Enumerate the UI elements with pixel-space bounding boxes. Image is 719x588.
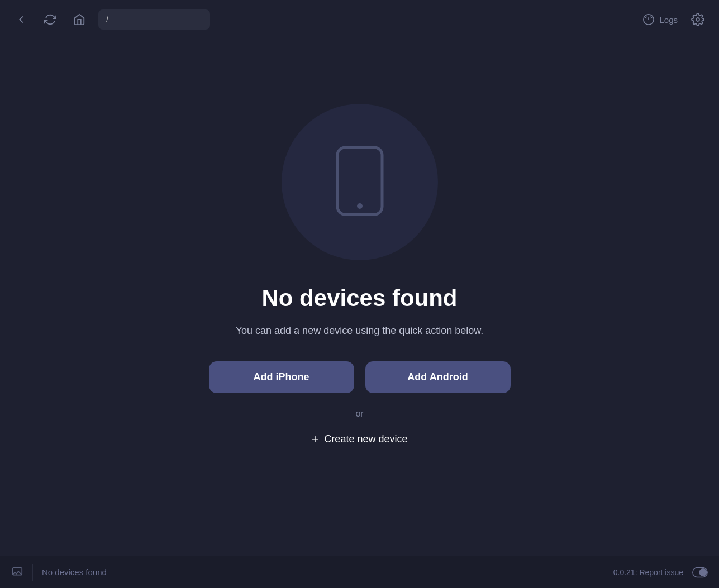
- main-content: No devices found You can add a new devic…: [0, 39, 719, 556]
- address-bar[interactable]: /: [98, 9, 210, 30]
- version-report-text[interactable]: 0.0.21: Report issue: [613, 568, 683, 577]
- back-button[interactable]: [11, 9, 31, 30]
- plus-icon: +: [312, 432, 319, 447]
- device-icon: [323, 145, 396, 219]
- svg-point-6: [699, 568, 706, 575]
- settings-button[interactable]: [688, 9, 708, 30]
- no-devices-title: No devices found: [261, 285, 457, 312]
- logs-button[interactable]: Logs: [637, 10, 683, 29]
- nav-right: Logs: [637, 9, 708, 30]
- add-android-button[interactable]: Add Android: [365, 361, 511, 393]
- create-device-label: Create new device: [324, 433, 407, 445]
- status-bar-right: 0.0.21: Report issue: [613, 565, 708, 580]
- home-button[interactable]: [69, 9, 89, 30]
- svg-point-3: [357, 203, 363, 209]
- logs-label: Logs: [659, 15, 678, 25]
- address-text: /: [106, 15, 108, 24]
- nav-left: /: [11, 9, 210, 30]
- or-divider: or: [355, 409, 363, 419]
- action-buttons: Add iPhone Add Android: [209, 361, 511, 393]
- toggle-icon[interactable]: [692, 565, 708, 580]
- status-text: No devices found: [42, 567, 107, 577]
- reload-button[interactable]: [40, 9, 60, 30]
- add-iphone-button[interactable]: Add iPhone: [209, 361, 354, 393]
- status-icon: [11, 566, 23, 579]
- create-device-button[interactable]: + Create new device: [312, 432, 408, 447]
- no-devices-subtitle: You can add a new device using the quick…: [236, 325, 484, 337]
- device-illustration-circle: [282, 104, 438, 260]
- svg-point-1: [696, 18, 699, 21]
- status-bar-left: No devices found: [11, 564, 107, 581]
- nav-bar: / Logs: [0, 0, 719, 39]
- status-divider: [32, 564, 33, 581]
- status-bar: No devices found 0.0.21: Report issue: [0, 556, 719, 588]
